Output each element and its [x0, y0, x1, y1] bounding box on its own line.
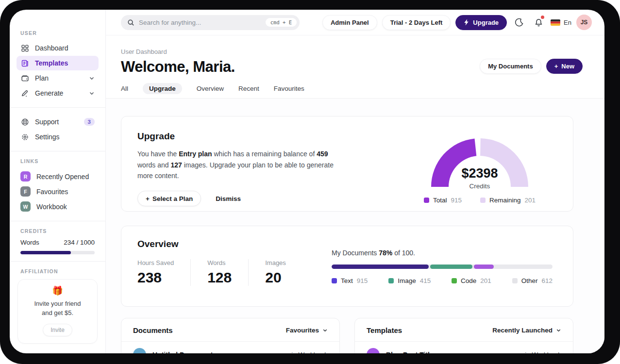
tab-recent[interactable]: Recent [238, 83, 259, 94]
sidebar-item-support[interactable]: Support 3 [17, 115, 99, 129]
lightning-icon [464, 19, 469, 26]
credits-gauge: $2398 Credits Total 915 [407, 131, 553, 197]
stat-words: Words 128 [207, 259, 249, 286]
legend-label: Image [398, 277, 416, 284]
images-remaining: 127 [170, 161, 182, 169]
documents-card: Documents Favourites Untitled Document i… [121, 318, 340, 353]
upgrade-button-label: Upgrade [473, 19, 499, 26]
admin-panel-button[interactable]: Admin Panel [322, 15, 377, 30]
legend-item-code: Code 201 [452, 277, 491, 284]
dark-mode-toggle[interactable] [512, 15, 526, 30]
sidebar-link-label: Recently Opened [36, 173, 89, 181]
stat-label: Hours Saved [137, 259, 174, 266]
section-label-user: USER [20, 30, 95, 36]
legend-swatch [512, 278, 518, 283]
chevron-down-icon [556, 328, 561, 333]
user-avatar[interactable]: JS [576, 15, 592, 30]
legend-item-other: Other 612 [512, 277, 553, 284]
documents-progress: My Documents 78% of 100. Text 915 [332, 239, 553, 294]
sidebar-item-plan[interactable]: Plan [17, 71, 99, 85]
trial-button[interactable]: Trial - 2 Days Left [382, 15, 451, 30]
plus-icon: + [554, 63, 558, 70]
upgrade-button[interactable]: Upgrade [455, 15, 507, 30]
overview-left: Overview Hours Saved 238 Words 128 [137, 239, 286, 294]
legend-value: 201 [480, 277, 491, 284]
legend-value: 415 [420, 277, 431, 284]
legend-label: Total [433, 197, 447, 204]
stat-value: 20 [265, 269, 286, 286]
sidebar-divider [10, 261, 105, 262]
legend-item-image: Image 415 [388, 277, 431, 284]
gift-icon: 🎁 [23, 286, 92, 295]
templates-filter-dropdown[interactable]: Recently Launched [492, 327, 561, 334]
body-text: words and [137, 161, 170, 169]
legend-value: 915 [451, 197, 462, 204]
sidebar-item-label: Templates [35, 59, 68, 67]
sidebar-link-workbook[interactable]: W Workbook [17, 199, 99, 214]
progress-caption: My Documents 78% of 100. [332, 249, 553, 257]
wallet-icon [20, 74, 30, 83]
template-row[interactable]: Blog Post Title in Workbook [355, 342, 573, 353]
bar-segment-text [332, 265, 429, 269]
words-remaining: 459 [317, 150, 328, 158]
chevron-down-icon [89, 75, 95, 81]
sidebar-item-label: Dashboard [35, 44, 68, 52]
gear-icon [20, 132, 30, 142]
link-initial-badge: F [20, 186, 31, 197]
stat-hours-saved: Hours Saved 238 [137, 259, 191, 286]
sidebar-item-settings[interactable]: Settings [17, 130, 99, 144]
search-input[interactable]: Search for anything... cmd + E [121, 15, 300, 30]
documents-card-title: Documents [133, 326, 173, 334]
search-placeholder: Search for anything... [139, 19, 261, 26]
dismiss-button[interactable]: Dismiss [216, 195, 241, 202]
section-label-links: LINKS [20, 158, 95, 164]
sidebar-item-templates[interactable]: Templates [17, 56, 99, 70]
templates-card-title: Templates [367, 326, 402, 334]
upgrade-card-body: You have the Entry plan which has a rema… [137, 149, 344, 182]
sidebar-item-label: Generate [35, 89, 63, 97]
sidebar-item-label: Settings [35, 133, 60, 141]
documents-card-header: Documents Favourites [121, 318, 339, 342]
select-plan-label: Select a Plan [152, 195, 193, 202]
legend-value: 201 [525, 197, 536, 204]
sidebar-item-dashboard[interactable]: Dashboard [17, 41, 99, 55]
bell-icon [534, 18, 543, 27]
document-row[interactable]: Untitled Document in Workbook [121, 342, 339, 353]
legend-label: Text [341, 277, 353, 284]
tab-favourites[interactable]: Favourites [274, 83, 304, 94]
bar-segment-code [474, 265, 494, 269]
language-code: En [564, 19, 571, 26]
sidebar-item-generate[interactable]: Generate [17, 86, 99, 100]
tab-upgrade[interactable]: Upgrade [143, 83, 182, 94]
template-avatar [367, 348, 380, 353]
sidebar-divider [10, 107, 105, 108]
documents-filter-dropdown[interactable]: Favourites [286, 327, 328, 334]
document-title: Untitled Document [152, 351, 213, 354]
stat-value: 238 [137, 269, 174, 286]
overview-stats: Hours Saved 238 Words 128 Images 20 [137, 259, 286, 286]
tab-overview[interactable]: Overview [197, 83, 224, 94]
my-documents-button[interactable]: My Documents [480, 59, 541, 74]
main-area: Search for anything... cmd + E Admin Pan… [106, 10, 604, 353]
upgrade-actions: + Select a Plan Dismiss [137, 191, 344, 206]
search-icon [127, 19, 134, 26]
sidebar-divider [10, 221, 105, 221]
sidebar-link-recently-opened[interactable]: R Recently Opened [17, 169, 99, 184]
notifications-button[interactable] [531, 15, 546, 30]
credits-progress-fill [20, 251, 71, 254]
document-location: in Workbook [291, 351, 328, 353]
sidebar-link-label: Workbook [36, 203, 67, 211]
moon-icon [515, 18, 524, 27]
legend-item-total: Total 915 [424, 197, 462, 204]
select-plan-button[interactable]: + Select a Plan [137, 191, 201, 206]
upgrade-card: Upgrade You have the Entry plan which ha… [121, 116, 573, 212]
tab-all[interactable]: All [121, 83, 128, 94]
new-button[interactable]: + New [546, 59, 583, 74]
legend-value: 612 [541, 277, 553, 284]
sidebar-link-favourites[interactable]: F Favourites [17, 184, 99, 199]
caption-text: of 100. [392, 249, 415, 257]
language-selector[interactable]: En [551, 19, 571, 26]
invite-button[interactable]: Invite [43, 324, 72, 336]
dashboard-grid-icon [20, 44, 30, 53]
content: Upgrade You have the Entry plan which ha… [106, 99, 604, 353]
